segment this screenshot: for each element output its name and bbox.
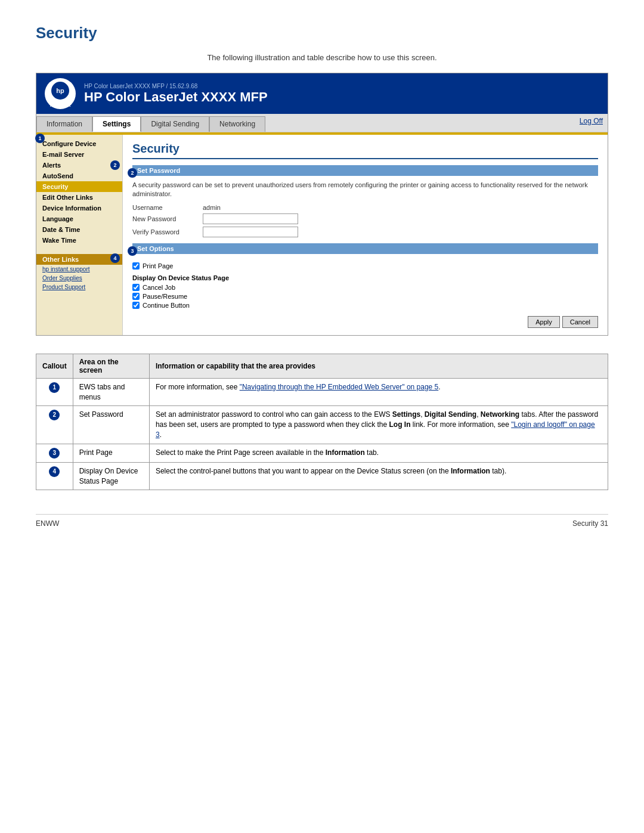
hp-logo: hp i n v e n t [45, 78, 76, 109]
cancel-job-label: Cancel Job [143, 284, 175, 291]
hp-logo-circle: hp [49, 80, 71, 101]
new-password-row: New Password [132, 213, 598, 224]
footer-left: ENWW [36, 519, 59, 528]
pause-resume-row: Pause/Resume [132, 293, 598, 300]
hp-title-block: HP Color LaserJet XXXX MFP / 15.62.9.68 … [84, 83, 599, 105]
username-label: Username [132, 204, 198, 211]
continue-button-row: Continue Button [132, 302, 598, 309]
table-row: 2 Set Password Set an administrator pass… [36, 406, 608, 444]
cancel-job-row: Cancel Job [132, 284, 598, 291]
area-cell-4: Display On Device Status Page [73, 462, 149, 490]
info-cell-1: For more information, see "Navigating th… [149, 378, 608, 406]
display-title: Display On Device Status Page [132, 274, 598, 281]
sidebar-item-email-server[interactable]: E-mail Server [36, 149, 122, 160]
username-row: Username admin [132, 204, 598, 211]
set-options-header: Set Options [132, 243, 598, 254]
intro-text: The following illustration and table des… [36, 53, 608, 62]
tab-settings[interactable]: Settings [92, 116, 141, 132]
callout-1-badge: 1 [35, 134, 45, 143]
set-password-header: Set Password [132, 165, 598, 176]
new-password-label: New Password [132, 215, 198, 222]
page-footer: ENWW Security 31 [36, 514, 608, 528]
username-value: admin [203, 204, 221, 211]
area-cell-1: EWS tabs and menus [73, 378, 149, 406]
svg-text:hp: hp [56, 87, 64, 94]
new-password-input[interactable] [203, 213, 298, 224]
callout-cell-3: 3 [36, 444, 73, 462]
sidebar-item-configure-device[interactable]: Configure Device [36, 138, 122, 149]
table-row: 3 Print Page Select to make the Print Pa… [36, 444, 608, 462]
callout-4-badge: 4 [110, 253, 120, 263]
tab-information[interactable]: Information [36, 116, 92, 132]
table-row: 1 EWS tabs and menus For more informatio… [36, 378, 608, 406]
content-panel: Security 2 Set Password A security passw… [123, 135, 608, 335]
callout-2-badge: 2 [110, 160, 120, 170]
sidebar-link-product-support[interactable]: Product Support [36, 283, 122, 292]
browser-mockup: hp i n v e n t HP Color LaserJet XXXX MF… [36, 73, 608, 336]
table-header-callout: Callout [36, 354, 73, 378]
sidebar-item-language[interactable]: Language [36, 213, 122, 224]
apply-button[interactable]: Apply [528, 316, 560, 328]
sidebar-link-order-supplies[interactable]: Order Supplies [36, 274, 122, 283]
pause-resume-label: Pause/Resume [143, 293, 187, 300]
callout-badge-3: 3 [49, 448, 60, 459]
page-title: Security [36, 24, 608, 42]
print-page-label: Print Page [143, 262, 173, 270]
cancel-job-checkbox[interactable] [132, 284, 140, 291]
verify-password-row: Verify Password [132, 227, 598, 237]
sidebar-item-alerts[interactable]: Alerts [36, 160, 122, 171]
callout-table: Callout Area on the screen Information o… [36, 354, 608, 491]
sidebar-item-wake-time[interactable]: Wake Time [36, 235, 122, 246]
continue-button-checkbox[interactable] [132, 302, 140, 309]
pause-resume-checkbox[interactable] [132, 293, 140, 300]
area-cell-3: Print Page [73, 444, 149, 462]
table-row: 4 Display On Device Status Page Select t… [36, 462, 608, 490]
cancel-button[interactable]: Cancel [562, 316, 598, 328]
tab-digital-sending[interactable]: Digital Sending [141, 116, 209, 132]
nav-tabs-row: Information Settings Digital Sending Net… [36, 114, 608, 132]
table-header-area: Area on the screen [73, 354, 149, 378]
print-page-row: Print Page [132, 262, 598, 270]
login-link[interactable]: "Login and logoff" on page 3 [156, 420, 595, 439]
tab-networking[interactable]: Networking [209, 116, 265, 132]
callout-badge-4: 4 [49, 466, 60, 477]
info-cell-4: Select the control-panel buttons that yo… [149, 462, 608, 490]
sidebar-item-device-information[interactable]: Device Information [36, 203, 122, 213]
callout-badge-1: 1 [49, 382, 60, 393]
verify-password-input[interactable] [203, 227, 298, 237]
continue-button-label: Continue Button [143, 302, 190, 309]
sidebar-item-date-time[interactable]: Date & Time [36, 224, 122, 235]
ews-link[interactable]: "Navigating through the HP Embedded Web … [240, 383, 439, 391]
hp-subtitle: HP Color LaserJet XXXX MFP / 15.62.9.68 [84, 83, 599, 89]
hp-logo-text: i n v e n t [50, 103, 71, 108]
btn-row: Apply Cancel [132, 316, 598, 328]
callout-cell-4: 4 [36, 462, 73, 490]
content-title: Security [132, 142, 598, 159]
info-cell-2: Set an administrator password to control… [149, 406, 608, 444]
print-page-checkbox[interactable] [132, 262, 140, 270]
callout-badge-2: 2 [49, 410, 60, 420]
main-content: 1 Configure Device E-mail Server 2 Alert… [36, 135, 608, 335]
verify-password-label: Verify Password [132, 228, 198, 236]
callout-cell-2: 2 [36, 406, 73, 444]
set-password-desc: A security password can be set to preven… [132, 181, 598, 199]
sidebar-item-edit-other-links[interactable]: Edit Other Links [36, 192, 122, 203]
sidebar: 1 Configure Device E-mail Server 2 Alert… [36, 135, 123, 335]
info-cell-3: Select to make the Print Page screen ava… [149, 444, 608, 462]
area-cell-2: Set Password [73, 406, 149, 444]
callout-3-content-badge: 3 [128, 246, 137, 256]
hp-main-title: HP Color LaserJet XXXX MFP [84, 89, 599, 105]
sidebar-item-security[interactable]: Security [36, 181, 122, 192]
footer-right: Security 31 [572, 519, 608, 528]
table-header-info: Information or capability that the area … [149, 354, 608, 378]
display-section: Display On Device Status Page Cancel Job… [132, 274, 598, 309]
callout-2-content-badge: 2 [128, 168, 137, 178]
sidebar-link-hp-instant[interactable]: hp instant.support [36, 265, 122, 274]
sidebar-other-links-header: Other Links [36, 254, 122, 265]
sidebar-item-autosend[interactable]: AutoSend [36, 171, 122, 181]
hp-header: hp i n v e n t HP Color LaserJet XXXX MF… [36, 73, 608, 114]
logoff-link[interactable]: Log Off [575, 114, 608, 132]
callout-cell-1: 1 [36, 378, 73, 406]
